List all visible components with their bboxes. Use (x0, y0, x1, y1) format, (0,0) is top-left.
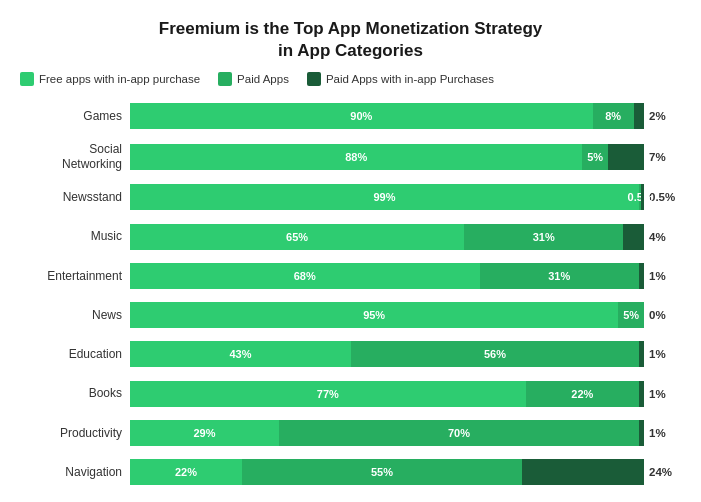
bar-segment (641, 184, 644, 210)
bar-label: Social Networking (20, 142, 130, 171)
legend-color-paid (218, 72, 232, 86)
segment-label: 68% (294, 270, 316, 282)
bar-segment: 5% (618, 302, 644, 328)
bar-row: Entertainment68%31%1% (20, 263, 681, 289)
bar-track: 77%22% (130, 381, 644, 407)
bar-row: Music65%31%4% (20, 224, 681, 250)
segment-label: 43% (229, 348, 251, 360)
bar-track: 22%55% (130, 459, 644, 485)
bar-segment: 95% (130, 302, 618, 328)
legend-label-paid-iap: Paid Apps with in-app Purchases (326, 73, 494, 85)
segment-label: 29% (194, 427, 216, 439)
bar-segment: 77% (130, 381, 526, 407)
bar-segment: 5% (582, 144, 608, 170)
bar-row: Productivity29%70%1% (20, 420, 681, 446)
bar-segment (639, 341, 644, 367)
bar-row: Games90%8%2% (20, 103, 681, 129)
segment-label: 31% (548, 270, 570, 282)
bar-row: Books77%22%1% (20, 381, 681, 407)
bar-row: Newsstand99%0.5%0.5% (20, 184, 681, 210)
bar-after-value: 0% (649, 309, 681, 321)
bar-label: Productivity (20, 426, 130, 440)
bar-label: Books (20, 386, 130, 400)
bar-label: Navigation (20, 465, 130, 479)
bar-after-value: 4% (649, 231, 681, 243)
legend-label-paid: Paid Apps (237, 73, 289, 85)
legend-color-free (20, 72, 34, 86)
bar-row: News95%5%0% (20, 302, 681, 328)
bar-segment (608, 144, 644, 170)
bar-segment (634, 103, 644, 129)
bar-label: Music (20, 229, 130, 243)
chart-container: Freemium is the Top App Monetization Str… (0, 0, 701, 502)
bar-segment: 56% (351, 341, 639, 367)
segment-label: 99% (373, 191, 395, 203)
bar-track: 68%31% (130, 263, 644, 289)
segment-label: 95% (363, 309, 385, 321)
legend-item-paid-iap: Paid Apps with in-app Purchases (307, 72, 494, 86)
bar-segment: 29% (130, 420, 279, 446)
bar-after-value: 7% (649, 151, 681, 163)
segment-label: 5% (587, 151, 603, 163)
legend-color-paid-iap (307, 72, 321, 86)
bar-track: 90%8% (130, 103, 644, 129)
bar-after-value: 1% (649, 270, 681, 282)
bar-track: 65%31% (130, 224, 644, 250)
bar-after-value: 0.5% (649, 191, 681, 203)
bar-segment: 22% (130, 459, 242, 485)
bar-segment (639, 263, 644, 289)
segment-label: 90% (350, 110, 372, 122)
segment-label: 55% (371, 466, 393, 478)
segment-label: 22% (175, 466, 197, 478)
chart-area: Games90%8%2%Social Networking88%5%7%News… (20, 96, 681, 492)
bar-label: Entertainment (20, 269, 130, 283)
segment-label: 8% (605, 110, 621, 122)
bar-label: Newsstand (20, 190, 130, 204)
bar-segment: 31% (480, 263, 639, 289)
bar-segment: 31% (464, 224, 623, 250)
bar-segment (522, 459, 644, 485)
segment-label: 5% (623, 309, 639, 321)
bar-segment (639, 420, 644, 446)
bar-after-value: 1% (649, 427, 681, 439)
segment-label: 70% (448, 427, 470, 439)
bar-label: Games (20, 109, 130, 123)
bar-segment: 65% (130, 224, 464, 250)
bar-segment: 90% (130, 103, 593, 129)
legend-label-free: Free apps with in-app purchase (39, 73, 200, 85)
segment-label: 22% (571, 388, 593, 400)
legend-item-free: Free apps with in-app purchase (20, 72, 200, 86)
segment-label: 88% (345, 151, 367, 163)
segment-label: 65% (286, 231, 308, 243)
bar-after-value: 1% (649, 348, 681, 360)
bar-segment: 88% (130, 144, 582, 170)
bar-after-value: 24% (649, 466, 681, 478)
segment-label: 77% (317, 388, 339, 400)
bar-segment: 70% (279, 420, 639, 446)
legend-item-paid: Paid Apps (218, 72, 289, 86)
bar-after-value: 2% (649, 110, 681, 122)
bar-label: News (20, 308, 130, 322)
bar-segment: 22% (526, 381, 639, 407)
bar-track: 43%56% (130, 341, 644, 367)
bar-segment: 8% (593, 103, 634, 129)
bar-after-value: 1% (649, 388, 681, 400)
bar-row: Social Networking88%5%7% (20, 142, 681, 171)
chart-title: Freemium is the Top App Monetization Str… (20, 18, 681, 62)
bar-track: 88%5% (130, 144, 644, 170)
bar-row: Education43%56%1% (20, 341, 681, 367)
bar-segment: 55% (242, 459, 522, 485)
bar-row: Navigation22%55%24% (20, 459, 681, 485)
bar-segment: 43% (130, 341, 351, 367)
bar-track: 99%0.5% (130, 184, 644, 210)
bar-segment (639, 381, 644, 407)
bar-segment: 99% (130, 184, 639, 210)
bar-label: Education (20, 347, 130, 361)
bar-track: 29%70% (130, 420, 644, 446)
bar-track: 95%5% (130, 302, 644, 328)
segment-label: 56% (484, 348, 506, 360)
bar-segment (623, 224, 644, 250)
bar-segment: 68% (130, 263, 480, 289)
chart-legend: Free apps with in-app purchase Paid Apps… (20, 72, 681, 86)
segment-label: 31% (533, 231, 555, 243)
